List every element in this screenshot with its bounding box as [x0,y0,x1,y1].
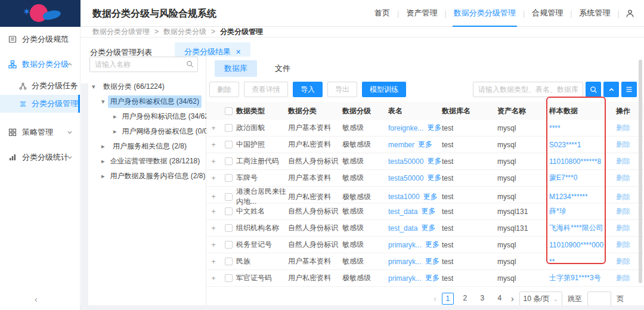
view-detail-button[interactable]: 查看详情 [244,82,288,97]
row-checkbox[interactable] [225,193,233,201]
sidebar-item-classification-task[interactable]: 分类分级任务 [0,77,80,95]
row-checkbox[interactable] [225,224,233,232]
caret-down-icon[interactable]: ▾ [92,83,98,91]
sidebar-item-strategy[interactable]: 策略管理 [0,120,80,145]
row-checkbox[interactable] [225,157,233,165]
sample-data-link[interactable]: M1234****** [549,193,609,201]
expand-icon[interactable]: + [206,207,221,216]
sample-data-link[interactable]: ** [549,258,609,266]
page-button-1[interactable]: 1 [442,293,454,305]
delete-row-link[interactable]: 删除 [609,173,642,183]
expand-icon[interactable]: + [206,174,221,182]
tree-node[interactable]: ▸用户身份和标识信息 (34/62) [89,109,200,124]
tree-node-label[interactable]: 数据分类 (66/1224) [101,80,167,93]
search-icon[interactable] [186,60,194,68]
search-button[interactable] [586,82,601,97]
nav-item-compliance[interactable]: 合规管理 [531,0,564,27]
delete-row-link[interactable]: 删除 [609,223,642,233]
delete-row-link[interactable]: 删除 [609,123,642,133]
table-name-link[interactable]: primaryk... [388,274,422,283]
table-name-link[interactable]: testa50000 [388,157,423,166]
tree-node[interactable]: ▸用户网络身份鉴权信息 (0/0) [89,124,200,139]
subtab-database[interactable]: 数据库 [215,60,257,77]
more-link[interactable]: 更多 [421,223,435,233]
expand-icon[interactable]: + [206,141,221,149]
list-view-button[interactable] [621,82,637,97]
row-checkbox[interactable] [225,124,233,132]
delete-row-link[interactable]: 删除 [609,206,642,216]
caret-down-icon[interactable]: ▾ [101,98,105,106]
caret-right-icon[interactable]: ▸ [101,172,105,180]
export-button[interactable]: 导出 [327,82,357,97]
prev-page-button[interactable]: ‹ [434,294,436,303]
sample-data-link[interactable]: 薛*珍 [549,206,609,216]
delete-row-link[interactable]: 删除 [609,140,642,150]
expand-icon[interactable]: + [206,258,221,266]
sample-data-link[interactable]: **** [549,124,609,132]
select-all-checkbox[interactable] [225,107,233,115]
more-link[interactable]: 更多 [425,273,439,283]
table-name-link[interactable]: test_data [388,207,417,216]
tree-node[interactable]: ▸用户数据及服务内容信息 (2/8) [89,169,200,184]
delete-row-link[interactable]: 删除 [609,273,642,283]
expand-icon[interactable]: + [206,224,221,232]
table-name-link[interactable]: primaryk... [388,258,422,266]
breadcrumb-item[interactable]: 数据分类分级管理 [92,27,150,37]
import-button[interactable]: 导入 [293,82,323,97]
tree-node-label[interactable]: 企业运营管理数据 (28/1218) [108,155,203,168]
row-checkbox[interactable] [225,141,233,148]
tree-node[interactable]: ▸用户服务相关信息 (2/8) [89,139,200,154]
expand-icon[interactable]: + [206,274,221,283]
more-link[interactable]: 更多 [427,156,441,166]
table-name-link[interactable]: member [388,141,414,149]
sidebar-item-classification-manage[interactable]: 分类分级管理 [0,95,80,113]
caret-right-icon[interactable]: ▸ [101,157,105,165]
row-checkbox[interactable] [225,207,233,215]
sidebar-collapse-icon[interactable]: ‹ [35,294,38,304]
caret-right-icon[interactable]: ▸ [113,128,117,135]
jump-page-input[interactable] [587,292,611,306]
table-search-input[interactable] [473,82,583,97]
sample-data-link[interactable]: 11010900****000 [549,241,609,249]
table-name-link[interactable]: testa1000 [388,193,420,201]
more-link[interactable]: 更多 [425,256,439,266]
table-name-link[interactable]: test_data [388,224,417,232]
sample-data-link[interactable]: 飞海科****限公司 [549,223,609,233]
delete-row-link[interactable]: 删除 [609,192,642,202]
tree-node-label[interactable]: 用户数据及服务内容信息 (2/8) [108,170,208,182]
expand-icon[interactable]: + [206,157,221,166]
more-link[interactable]: 更多 [427,123,441,133]
sidebar-item-statistics[interactable]: 分类分级统计 [0,145,80,170]
tree-search-input[interactable] [89,57,198,72]
row-checkbox[interactable] [225,258,233,265]
sample-data-link[interactable]: 11010800******8 [549,157,609,166]
row-checkbox[interactable] [225,274,233,282]
nav-item-data-classification[interactable]: 数据分类分级管理 [453,0,517,27]
sample-data-link[interactable]: S023****1 [549,141,609,149]
caret-right-icon[interactable]: ▸ [101,142,107,150]
nav-item-assets[interactable]: 资产管理 [405,0,438,27]
subtab-file[interactable]: 文件 [265,60,300,77]
page-button-3[interactable]: 3 [476,293,488,305]
tree-node[interactable]: ▸企业运营管理数据 (28/1218) [89,154,200,169]
table-name-link[interactable]: foreignke... [388,124,423,132]
page-size-select[interactable]: 10 条/页 ⌄ [519,292,562,306]
user-icon[interactable] [626,9,634,18]
tree-node-selected[interactable]: ▾用户身份和鉴权信息 (34/62) [89,94,200,109]
nav-item-home[interactable]: 首页 [373,0,391,27]
scrollbar[interactable] [639,60,642,283]
delete-button[interactable]: 删除 [209,82,239,97]
tree-node-label[interactable]: 用户服务相关信息 (2/8) [110,140,189,153]
delete-row-link[interactable]: 删除 [609,240,642,250]
model-train-button[interactable]: 模型训练 [362,82,406,97]
expand-icon[interactable]: + [206,241,221,249]
row-checkbox[interactable] [225,174,233,182]
tree-node[interactable]: ▾数据分类 (66/1224) [89,79,200,94]
sidebar-item-spec[interactable]: 分类分级规范 [0,27,80,52]
tree-node-label[interactable]: 用户身份和标识信息 (34/62) [120,110,213,123]
tree-node-label[interactable]: 用户网络身份鉴权信息 (0/0) [120,125,213,138]
row-checkbox[interactable] [225,241,233,249]
breadcrumb-item[interactable]: 数据分类分级 [163,27,206,37]
sidebar-item-data-classification[interactable]: 数据分类分级 [0,52,80,77]
collapse-up-button[interactable] [603,82,619,97]
